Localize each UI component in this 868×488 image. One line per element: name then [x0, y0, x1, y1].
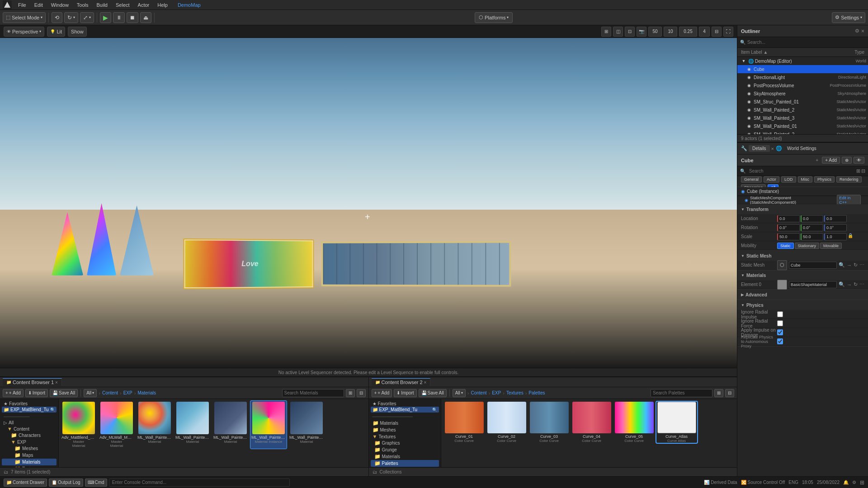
- cb1-search-input[interactable]: [282, 389, 344, 397]
- material-browse-icon[interactable]: 🔍: [839, 282, 845, 287]
- outliner-settings-icon[interactable]: ⚙: [855, 28, 859, 34]
- details-add-button[interactable]: + Add: [822, 157, 840, 164]
- cb1-item-5[interactable]: ML_Wall_Painted_04 Material Instance: [250, 401, 287, 449]
- scale-y-field[interactable]: 50.0: [801, 233, 823, 240]
- details-component-item[interactable]: ◉ StaticMeshComponent (StaticMeshCompone…: [737, 196, 868, 204]
- eject-button[interactable]: ⏏: [140, 12, 151, 23]
- menu-build[interactable]: Build: [95, 2, 109, 8]
- grid-snap-button[interactable]: ⊞: [601, 27, 611, 37]
- status-notification-icon[interactable]: 🔔: [843, 480, 849, 485]
- outliner-item-smwall2[interactable]: ◉ SM_Wall_Painted_2 StaticMeshActor: [737, 106, 868, 114]
- details-list-icon[interactable]: ⊟: [861, 168, 865, 174]
- cb1-sidebar-exp[interactable]: ▼ EXP: [2, 439, 57, 445]
- scale-button[interactable]: ⤢ ▾: [80, 12, 94, 23]
- cb2-search-input[interactable]: [651, 389, 712, 397]
- menu-edit[interactable]: Edit: [33, 2, 45, 8]
- location-y-field[interactable]: 0.0: [801, 215, 823, 222]
- static-mesh-arrow-icon[interactable]: →: [847, 263, 852, 268]
- cb2-sidebar-meshes[interactable]: 📁 Meshes: [371, 427, 439, 433]
- mobility-stationary[interactable]: Stationary: [795, 243, 820, 249]
- play-button[interactable]: ▶: [100, 12, 111, 23]
- cb2-filter-button[interactable]: ⊞: [714, 389, 723, 397]
- cb2-sidebar-favorites[interactable]: ★ Favorites: [371, 401, 439, 407]
- menu-tools[interactable]: Tools: [75, 2, 90, 8]
- rotate-button[interactable]: ↻ ▾: [64, 12, 78, 23]
- details-tab-details[interactable]: Details: [749, 145, 770, 152]
- cb1-item-3[interactable]: ML_Wall_Painted_02 Material: [175, 401, 211, 449]
- outliner-item-ppv[interactable]: ◉ PostProcessVolume PostProcessVolume: [737, 81, 868, 89]
- cb1-item-6[interactable]: ML_Wall_Painted_Eg Material: [288, 401, 325, 449]
- cb2-color-0[interactable]: Curve_01 Color Curve: [444, 402, 485, 443]
- status-derived-data[interactable]: 📊 Derived Data: [704, 480, 737, 485]
- cb1-item-1[interactable]: Adv_MLWall_Mas... Master Material: [99, 401, 135, 449]
- cb1-sidebar-materials[interactable]: 📁 Materials: [2, 459, 57, 465]
- cb2-color-3[interactable]: Curve_04 Color Curve: [571, 402, 612, 443]
- cb2-path-palettes[interactable]: Palettes: [528, 390, 545, 395]
- mobility-static[interactable]: Static: [777, 243, 794, 249]
- outliner-close-icon[interactable]: ×: [861, 28, 864, 34]
- cb2-sidebar-exp-matblend[interactable]: 📁 EXP_MatBlend_Tu 🔍: [371, 407, 439, 413]
- cb1-filter-button[interactable]: ⊞: [346, 389, 355, 397]
- camera-speed-button[interactable]: 📷: [637, 27, 646, 37]
- outliner-item-smwall01[interactable]: ◉ SM_Wall_Painted_01 StaticMeshActor: [737, 122, 868, 130]
- cb1-add-button[interactable]: + + Add: [3, 389, 24, 397]
- cb1-sidebar-content[interactable]: ▼ Content: [2, 426, 57, 432]
- cb2-sidebar-graphics[interactable]: 📁 Graphics: [371, 440, 439, 446]
- cb1-sidebar-favorites[interactable]: ★ Favorites: [2, 401, 57, 407]
- static-mesh-dots-icon[interactable]: ⋯: [859, 262, 864, 268]
- cb2-color-2[interactable]: Curve_03 Color Curve: [529, 402, 570, 443]
- static-mesh-section-header[interactable]: ▼ Static Mesh: [737, 251, 868, 261]
- cat-physics[interactable]: Physics: [814, 176, 835, 183]
- cb2-sidebar-materials[interactable]: 📁 Materials: [371, 420, 439, 427]
- platforms-button[interactable]: ⬡ Platforms ▾: [475, 12, 513, 23]
- apply-impulse-checkbox[interactable]: [777, 329, 783, 335]
- radial-force-checkbox[interactable]: [777, 320, 783, 326]
- cb2-path-exp[interactable]: EXP: [492, 390, 501, 395]
- cb1-path-all[interactable]: All ▾: [84, 389, 97, 397]
- scale-snap-button[interactable]: ⊡: [625, 27, 635, 37]
- cat-actor[interactable]: Actor: [764, 176, 779, 183]
- cb2-add-button[interactable]: + + Add: [372, 389, 392, 397]
- cb2-sidebar-materials2[interactable]: 📁 Materials: [371, 453, 439, 460]
- details-search-input[interactable]: [747, 169, 853, 174]
- status-content-drawer[interactable]: 📁 Content Drawer: [4, 479, 47, 487]
- cb2-path-content[interactable]: Content: [471, 390, 486, 395]
- cb1-tab-close[interactable]: ×: [55, 380, 58, 385]
- scale-lock-icon[interactable]: 🔒: [848, 233, 853, 240]
- stop-button[interactable]: ⏹: [127, 12, 138, 23]
- cb2-sidebar-textures[interactable]: ▼ Textures: [371, 433, 439, 440]
- cb1-item-0[interactable]: Adv_MatBlend_Eg... Master Material: [61, 401, 97, 449]
- static-mesh-browse-icon[interactable]: 🔍: [839, 262, 845, 268]
- outliner-item-sky[interactable]: ◉ SkyAtmosphere SkyAtmosphere: [737, 89, 868, 98]
- cb1-import-button[interactable]: ⬇ Import: [25, 389, 48, 397]
- cb2-search-icon[interactable]: 🔍: [432, 408, 437, 412]
- cb2-color-4[interactable]: Curve_05 Color Curve: [614, 402, 655, 443]
- location-x-field[interactable]: 0.0: [777, 215, 800, 222]
- material-reset-icon[interactable]: ↻: [854, 282, 858, 287]
- show-button[interactable]: Show: [68, 27, 87, 37]
- cat-general[interactable]: General: [741, 176, 762, 183]
- material-dots-icon[interactable]: ⋯: [859, 282, 864, 287]
- rotation-snap-button[interactable]: ◫: [613, 27, 623, 37]
- details-eye-button[interactable]: 👁: [854, 157, 864, 164]
- radial-impulse-checkbox[interactable]: [777, 311, 783, 317]
- outliner-item-dirlight[interactable]: ◉ DirectionalLight DirectionalLight: [737, 73, 868, 81]
- cb2-save-button[interactable]: 💾 Save All: [419, 389, 447, 397]
- transform-section-header[interactable]: ▼ Transform: [737, 204, 868, 214]
- static-mesh-value-field[interactable]: Cube: [789, 262, 837, 269]
- select-mode-button[interactable]: ⬚ Select Mode ▾: [3, 12, 46, 23]
- cb2-tab-close[interactable]: ×: [424, 380, 427, 385]
- viewport-layout-button[interactable]: ⊟: [712, 27, 722, 37]
- menu-actor[interactable]: Actor: [136, 2, 151, 8]
- physics-section-header[interactable]: ▼ Physics: [737, 300, 868, 310]
- 3d-viewport[interactable]: Love +: [0, 38, 737, 368]
- location-z-field[interactable]: 0.0: [824, 215, 847, 222]
- details-tab-close[interactable]: ×: [771, 146, 774, 151]
- cat-misc[interactable]: Misc: [798, 176, 813, 183]
- materials-section-header[interactable]: ▼ Materials: [737, 270, 868, 280]
- cb2-sidebar-palettes[interactable]: 📁 Palettes: [371, 460, 439, 467]
- cb1-path-materials[interactable]: Materials: [137, 390, 156, 395]
- cb1-item-4[interactable]: ML_Wall_Painted_03 Material: [212, 401, 249, 449]
- details-grid-icon[interactable]: ⊞: [856, 168, 860, 174]
- cb1-save-button[interactable]: 💾 Save All: [50, 389, 78, 397]
